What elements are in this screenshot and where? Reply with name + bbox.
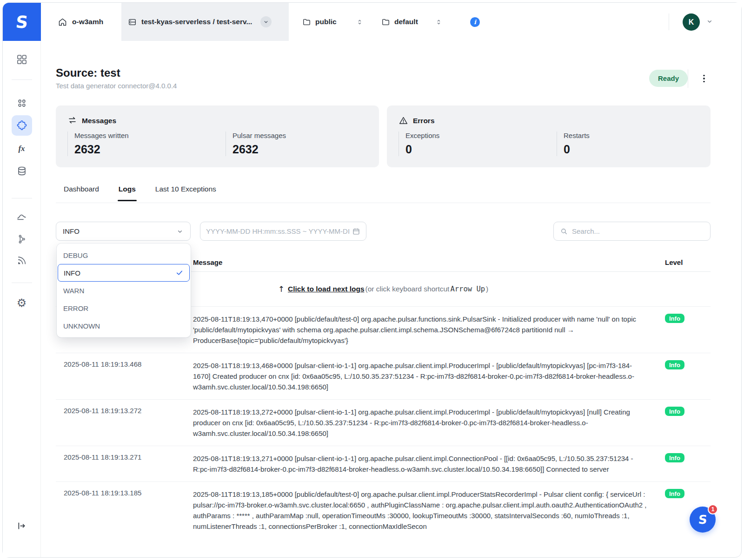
puzzle-icon: [17, 120, 27, 131]
level-option-info[interactable]: INFO: [58, 264, 190, 282]
dashboard-grid-icon: [17, 54, 27, 65]
log-message: 2025-08-11T18:19:13,185+0000 [public/def…: [193, 489, 656, 532]
sidebar-item-settings[interactable]: ⚙: [12, 293, 32, 313]
level-option-unknown[interactable]: UNKNOWN: [57, 317, 191, 335]
org-name: o-w3amh: [72, 18, 103, 26]
avatar[interactable]: K: [683, 13, 700, 31]
sidebar: fx ⚙: [3, 41, 41, 557]
level-option-label: INFO: [64, 269, 80, 277]
sidebar-divider: [12, 79, 32, 80]
streamnative-logo-icon: S: [15, 13, 29, 32]
tab-dashboard[interactable]: Dashboard: [64, 185, 99, 201]
errors-card-title: Errors: [413, 117, 435, 125]
search-input-wrap: [553, 222, 711, 241]
errors-card: Errors Exceptions 0 Restarts 0: [387, 105, 711, 167]
more-actions-button[interactable]: [697, 71, 711, 86]
arrow-up-icon: ↑: [278, 284, 285, 294]
stat-value: 0: [564, 143, 696, 156]
sidebar-item-mqtt[interactable]: [12, 250, 32, 270]
status-badge: Ready: [649, 70, 688, 87]
sidebar-expand-button[interactable]: [12, 515, 32, 536]
sidebar-item-dashboard[interactable]: [12, 49, 32, 70]
message-column-header: Message: [193, 258, 656, 266]
home-icon: [58, 17, 67, 27]
stat-label: Messages written: [74, 132, 216, 139]
warning-triangle-icon: [399, 116, 408, 125]
gear-icon: ⚙: [17, 296, 27, 310]
stat-exceptions: Exceptions 0: [399, 132, 547, 156]
kafka-icon: [17, 234, 27, 244]
org-home-button[interactable]: o-w3amh: [58, 3, 103, 41]
header-divider: [688, 69, 688, 88]
messages-card-title: Messages: [82, 117, 116, 125]
log-row[interactable]: 2025-08-11 18:19:13.272 2025-08-11T18:19…: [56, 400, 711, 446]
assistant-fab-button[interactable]: S 1: [690, 507, 716, 533]
log-time: 2025-08-11 18:19:13.272: [56, 407, 193, 439]
messages-card: Messages Messages written 2632 Pulsar me…: [56, 105, 379, 167]
log-message: 2025-08-11T18:19:13,271+0000 [pulsar-cli…: [193, 453, 656, 474]
log-level-badge: Info: [665, 489, 684, 498]
stat-label: Pulsar messages: [232, 132, 365, 139]
load-next-logs-link[interactable]: Click to load next logs: [288, 285, 365, 293]
check-icon: [175, 269, 184, 277]
search-input[interactable]: [572, 227, 704, 235]
log-level-value: INFO: [63, 227, 176, 235]
calendar-icon[interactable]: [352, 227, 360, 236]
log-time: 2025-08-11 18:19:13.468: [56, 360, 193, 392]
instance-name: test-kyas-serverless / test-serv...: [141, 18, 252, 26]
stat-value: 2632: [74, 143, 216, 156]
log-row[interactable]: 2025-08-11 18:19:13.468 2025-08-11T18:19…: [56, 353, 711, 400]
sidebar-item-apps[interactable]: [12, 93, 32, 113]
log-message: 2025-08-11T18:19:13,470+0000 [public/def…: [193, 314, 656, 346]
load-next-hint: (or click keyboard shortcut: [365, 285, 450, 293]
sidebar-item-kafka[interactable]: [12, 229, 32, 249]
folder-icon: [381, 18, 390, 26]
brand-logo[interactable]: S: [3, 3, 41, 41]
log-time: 2025-08-11 18:19:13.271: [56, 453, 193, 474]
namespace-selector[interactable]: default: [381, 3, 418, 41]
topbar: S o-w3amh test-kyas-serverless / test-se…: [3, 3, 741, 41]
level-option-debug[interactable]: DEBUG: [57, 246, 191, 264]
log-level-dropdown: DEBUG INFO WARN ERROR UNKNOWN: [57, 244, 191, 337]
swap-arrows-icon: [67, 116, 77, 125]
log-level-badge: Info: [665, 453, 684, 462]
sidebar-item-connectors[interactable]: [12, 115, 32, 136]
level-option-warn[interactable]: WARN: [57, 282, 191, 299]
log-row[interactable]: 2025-08-11 18:19:13.185 2025-08-11T18:19…: [56, 482, 711, 539]
tabs-baseline: [56, 203, 711, 203]
tenant-name: public: [315, 18, 337, 26]
signal-waves-icon: [17, 255, 27, 265]
detail-tabs: Dashboard Logs Last 10 Exceptions: [64, 185, 216, 201]
instance-icon: [128, 18, 137, 26]
apps-dots-icon: [17, 98, 27, 108]
keyboard-shortcut: Arrow Up: [450, 285, 485, 293]
stat-messages-written: Messages written 2632: [67, 132, 216, 156]
tab-last-10-exceptions[interactable]: Last 10 Exceptions: [155, 185, 216, 201]
sidebar-item-functions[interactable]: fx: [12, 138, 32, 159]
level-option-error[interactable]: ERROR: [57, 299, 191, 317]
page-title: Source: test: [56, 66, 120, 79]
tab-logs[interactable]: Logs: [119, 185, 136, 201]
page-subtitle: Test data generator connector@4.0.0.4: [56, 82, 177, 90]
date-range-input[interactable]: [206, 227, 352, 235]
namespace-sort-toggle[interactable]: [435, 3, 442, 41]
instance-tab[interactable]: test-kyas-serverless / test-serv...: [121, 3, 289, 41]
log-level-select[interactable]: INFO: [56, 222, 191, 241]
pulsar-icon: [16, 211, 27, 222]
folder-icon: [302, 18, 311, 26]
instance-switcher-button[interactable]: [260, 16, 272, 27]
log-level-badge: Info: [665, 360, 684, 369]
tenant-sort-toggle[interactable]: [356, 3, 363, 41]
sidebar-item-pulsar[interactable]: [12, 206, 32, 227]
avatar-chevron-down-icon[interactable]: [706, 18, 713, 25]
namespace-name: default: [394, 18, 418, 26]
functions-fx-icon: fx: [18, 144, 25, 153]
load-next-hint-close: ): [486, 285, 488, 293]
tenant-selector[interactable]: public: [302, 3, 337, 41]
date-range-input-wrap: [200, 222, 366, 241]
topbar-divider: [669, 13, 669, 30]
sidebar-item-topics[interactable]: [12, 161, 32, 181]
info-icon[interactable]: i: [470, 17, 480, 27]
sidebar-divider: [12, 198, 32, 198]
log-row[interactable]: 2025-08-11 18:19:13.271 2025-08-11T18:19…: [56, 446, 711, 482]
